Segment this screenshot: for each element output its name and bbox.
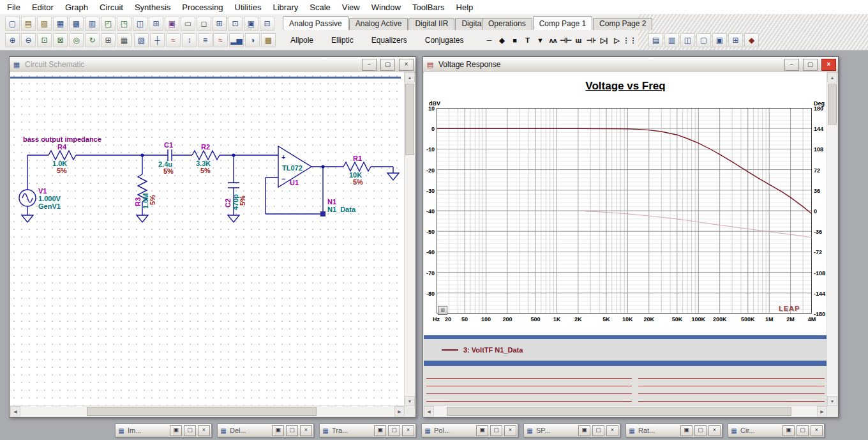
- mini-titlebar[interactable]: ▦Rat...▣▢×: [625, 423, 722, 437]
- export-data-icon[interactable]: ◳: [117, 17, 131, 31]
- button-elliptic[interactable]: Elliptic: [329, 34, 355, 46]
- schematic-canvas[interactable]: bass output impedance V1 1.000V GenV1 R4…: [10, 72, 405, 406]
- ground-tool-icon[interactable]: ▼: [534, 34, 546, 47]
- maximize-button[interactable]: ▢: [388, 425, 400, 436]
- button-equalizers[interactable]: Equalizers: [370, 34, 409, 46]
- component-r3[interactable]: R3 1.0M 5%: [134, 174, 156, 209]
- component-c2[interactable]: C2 470p 5%: [224, 183, 246, 210]
- plot-cursor-chip-icon[interactable]: ⊞: [438, 306, 447, 315]
- menu-circuit[interactable]: Circuit: [94, 1, 129, 14]
- tab-analog-active[interactable]: Analog Active: [349, 18, 408, 30]
- new-window-icon[interactable]: ▢: [696, 33, 711, 47]
- component-r1[interactable]: R1 10K 5%: [343, 155, 371, 186]
- graph-options-icon[interactable]: ▧: [134, 33, 149, 47]
- graph-trace-icon[interactable]: ≈: [166, 33, 181, 47]
- spectrum-view-icon[interactable]: ▂▅: [229, 33, 244, 47]
- graph-cursor-icon[interactable]: ┼: [150, 33, 165, 47]
- maximize-button[interactable]: ▢: [797, 425, 809, 436]
- tab-operations[interactable]: Operations: [482, 18, 532, 30]
- zoom-extents-icon[interactable]: ⊠: [53, 33, 68, 47]
- minimize-button[interactable]: −: [362, 59, 377, 71]
- restore-button[interactable]: ▣: [578, 425, 590, 436]
- component-c1[interactable]: C1 2.4u 5%: [158, 141, 174, 175]
- merge-file-icon[interactable]: ◫: [133, 17, 147, 31]
- voltage-response-titlebar[interactable]: ▤ Voltage Response − ▢ ×: [423, 57, 838, 73]
- close-button[interactable]: ×: [606, 425, 618, 436]
- polar-view-icon[interactable]: ◑: [245, 33, 260, 47]
- splitter-bar-2[interactable]: [424, 361, 827, 366]
- tab-digital-iir[interactable]: Digital IIR: [408, 18, 454, 30]
- scroll-left-button[interactable]: ◀: [10, 406, 20, 416]
- button-allpole[interactable]: Allpole: [288, 34, 315, 46]
- cascade-windows-icon[interactable]: ◫: [680, 33, 695, 47]
- library-browser-icon[interactable]: ▣: [165, 17, 179, 31]
- scroll-up-button[interactable]: ▲: [827, 72, 837, 82]
- scroll-right-button[interactable]: ▶: [394, 406, 405, 416]
- schematic-vertical-scrollbar[interactable]: ▲ ▼: [404, 72, 415, 406]
- node-n1[interactable]: N1 N1_Data: [320, 198, 356, 216]
- tab-comp-page-1[interactable]: Comp Page 1: [533, 16, 592, 30]
- mini-titlebar[interactable]: ▦Pol...▣▢×: [421, 423, 518, 437]
- menu-graph[interactable]: Graph: [59, 1, 94, 14]
- close-button[interactable]: ×: [399, 59, 414, 71]
- snap-toggle-icon[interactable]: ▦: [117, 33, 131, 47]
- component-u1[interactable]: + − TL072 U1: [278, 146, 311, 187]
- new-document-icon[interactable]: ▢: [5, 17, 20, 31]
- spreadsheet-icon[interactable]: ⊞: [149, 17, 163, 31]
- menu-view[interactable]: View: [336, 1, 366, 14]
- menu-toolbars[interactable]: ToolBars: [407, 1, 451, 14]
- save-all-icon[interactable]: ▥: [85, 17, 100, 31]
- scroll-right-button[interactable]: ▶: [817, 406, 827, 416]
- tile-vertical-icon[interactable]: ▥: [664, 33, 679, 47]
- opamp-tool-icon[interactable]: ▷: [611, 34, 623, 47]
- close-button[interactable]: ×: [821, 59, 836, 71]
- menu-processing[interactable]: Processing: [176, 1, 228, 14]
- maximize-button[interactable]: ▢: [184, 425, 196, 436]
- zoom-out-icon[interactable]: ⊖: [21, 33, 36, 47]
- component-v1[interactable]: V1 1.000V GenV1: [19, 187, 61, 210]
- scrollbar-thumb[interactable]: [405, 84, 414, 155]
- scrollbar-thumb[interactable]: [447, 407, 791, 416]
- component-values-icon[interactable]: ⊞: [212, 17, 227, 31]
- pan-view-icon[interactable]: ◎: [69, 33, 84, 47]
- component-r4[interactable]: R4 1.0K 5%: [49, 143, 76, 174]
- part-labels-icon[interactable]: ▣: [244, 17, 258, 31]
- mini-titlebar[interactable]: ▦Cir...▣▢×: [728, 423, 825, 437]
- scrollbar-thumb[interactable]: [87, 407, 317, 416]
- circuit-schematic-titlebar[interactable]: ▦ Circuit Schematic − ▢ ×: [10, 57, 415, 73]
- close-button[interactable]: ×: [300, 425, 312, 436]
- print-preview-icon[interactable]: ◻: [197, 17, 211, 31]
- image-view-icon[interactable]: ▩: [261, 33, 276, 47]
- button-conjugates[interactable]: Conjugates: [423, 34, 466, 46]
- maximize-button[interactable]: ▢: [592, 425, 604, 436]
- mini-titlebar[interactable]: ▦Del...▣▢×: [217, 423, 314, 437]
- zoom-in-icon[interactable]: ⊕: [5, 33, 20, 47]
- component-r2[interactable]: R2 3.3K 5%: [192, 143, 220, 174]
- close-button[interactable]: ×: [708, 425, 721, 436]
- graph-legend-icon[interactable]: ≡: [198, 33, 213, 47]
- pin-array-tool-icon[interactable]: ⋮⋮: [624, 34, 636, 47]
- scroll-up-button[interactable]: ▲: [405, 72, 415, 82]
- response-horizontal-scrollbar[interactable]: ◀ ▶: [424, 406, 827, 416]
- redraw-icon[interactable]: ↻: [85, 33, 100, 47]
- minimize-button[interactable]: −: [784, 59, 799, 71]
- polarized-capacitor-tool-icon[interactable]: ⊣⊦: [585, 34, 597, 47]
- scroll-down-button[interactable]: ▼: [405, 396, 415, 406]
- response-plot[interactable]: [437, 108, 812, 314]
- open-file-icon[interactable]: ▤: [21, 17, 36, 31]
- maximize-button[interactable]: ▢: [694, 425, 707, 436]
- menu-library[interactable]: Library: [267, 1, 304, 14]
- waveform-view-icon[interactable]: ≈: [213, 33, 228, 47]
- close-button[interactable]: ×: [504, 425, 516, 436]
- menu-utilities[interactable]: Utilities: [229, 1, 267, 14]
- tile-horizontal-icon[interactable]: ▤: [648, 33, 663, 47]
- maximize-button[interactable]: ▢: [380, 59, 395, 71]
- scroll-down-button[interactable]: ▼: [827, 396, 837, 406]
- text-label-tool-icon[interactable]: T: [521, 34, 534, 47]
- response-vertical-scrollbar[interactable]: ▲ ▼: [827, 72, 837, 406]
- maximize-button[interactable]: ▢: [490, 425, 502, 436]
- menu-scale[interactable]: Scale: [304, 1, 336, 14]
- print-icon[interactable]: ▭: [181, 17, 195, 31]
- mini-titlebar[interactable]: ▦Im...▣▢×: [115, 423, 212, 437]
- maximize-button[interactable]: ▢: [286, 425, 298, 436]
